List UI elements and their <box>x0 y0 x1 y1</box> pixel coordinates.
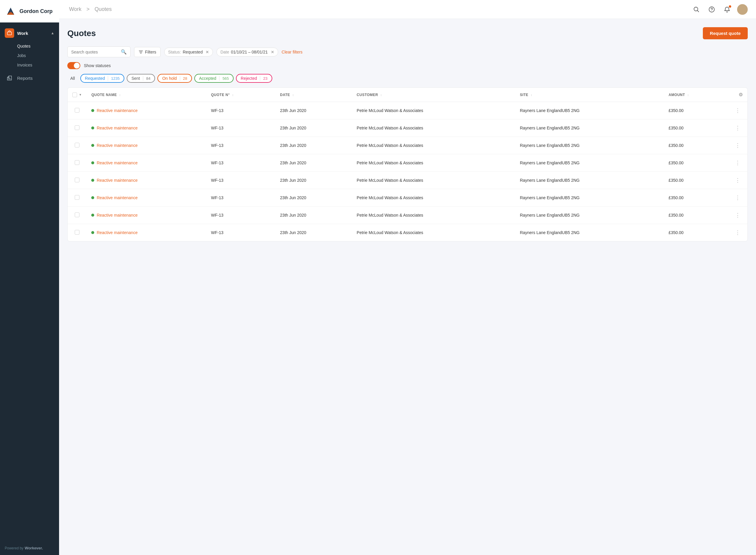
quote-name-link[interactable]: Reactive maintenance <box>97 178 138 183</box>
row-quote-name-cell: Reactive maintenance <box>87 154 206 172</box>
table-settings-icon[interactable]: ⚙ <box>739 92 743 97</box>
sidebar-item-jobs[interactable]: Jobs <box>17 51 59 60</box>
sort-customer-icon: ↕ <box>380 93 382 97</box>
status-dot <box>91 231 94 234</box>
status-chip-close-icon[interactable]: ✕ <box>205 50 209 54</box>
quote-name-link[interactable]: Reactive maintenance <box>97 161 138 165</box>
quote-name-link[interactable]: Reactive maintenance <box>97 213 138 217</box>
row-checkbox[interactable] <box>75 178 80 182</box>
statuses-toggle-row: Show statuses <box>67 62 748 69</box>
status-chip-label: Status: <box>168 50 181 54</box>
status-filter-chip[interactable]: Status: Requested ✕ <box>164 48 213 56</box>
status-tabs: All Requested 1235 Sent 84 On hold 28 Ac… <box>67 74 748 83</box>
th-quote-name[interactable]: QUOTE NAME ↕ <box>87 88 206 102</box>
sort-quote-name-icon: ↕ <box>119 93 121 97</box>
sidebar-item-work[interactable]: Work ▲ <box>0 25 59 41</box>
quotes-table: ▼ QUOTE NAME ↕ QUOTE N° ↕ DATE ↕ <box>67 88 747 241</box>
row-date: 23th Jun 2020 <box>275 137 352 154</box>
row-checkbox[interactable] <box>75 230 80 234</box>
row-date: 23th Jun 2020 <box>275 189 352 207</box>
avatar[interactable] <box>737 4 748 15</box>
tab-rejected[interactable]: Rejected 23 <box>236 74 272 83</box>
tab-sent[interactable]: Sent 84 <box>127 74 155 83</box>
row-checkbox[interactable] <box>75 160 80 165</box>
date-chip-close-icon[interactable]: ✕ <box>271 50 274 54</box>
row-actions-cell: ⋮ <box>728 137 747 154</box>
row-more-icon[interactable]: ⋮ <box>733 158 743 167</box>
row-more-icon[interactable]: ⋮ <box>733 228 743 237</box>
status-dot <box>91 161 94 164</box>
request-quote-button[interactable]: Request quote <box>703 27 748 39</box>
search-input[interactable] <box>71 50 119 54</box>
notification-button[interactable] <box>722 4 733 15</box>
search-box[interactable]: 🔍 <box>67 46 131 57</box>
main-area: Work > Quotes <box>59 0 756 555</box>
clear-filters-button[interactable]: Clear filters <box>282 50 303 54</box>
table-row: Reactive maintenance WF-13 23th Jun 2020… <box>67 207 747 224</box>
row-amount: £350.00 <box>664 137 728 154</box>
row-checkbox[interactable] <box>75 108 80 113</box>
quote-name-link[interactable]: Reactive maintenance <box>97 143 138 148</box>
th-customer[interactable]: CUSTOMER ↕ <box>352 88 515 102</box>
table-row: Reactive maintenance WF-13 23th Jun 2020… <box>67 137 747 154</box>
help-button[interactable] <box>706 4 717 15</box>
th-site[interactable]: SITE ↕ <box>515 88 664 102</box>
company-logo-icon <box>5 5 16 17</box>
row-quote-name-cell: Reactive maintenance <box>87 207 206 224</box>
row-checkbox[interactable] <box>75 212 80 217</box>
quote-name-link[interactable]: Reactive maintenance <box>97 108 138 113</box>
tab-all[interactable]: All <box>67 74 78 82</box>
search-button[interactable] <box>691 4 702 15</box>
row-checkbox[interactable] <box>75 143 80 147</box>
date-filter-chip[interactable]: Date 01/10/21 – 08/01/21 ✕ <box>217 48 278 56</box>
th-quote-no[interactable]: QUOTE N° ↕ <box>206 88 276 102</box>
quote-name-link[interactable]: Reactive maintenance <box>97 230 138 235</box>
filters-button[interactable]: Filters <box>134 47 161 57</box>
sidebar-item-invoices[interactable]: Invoices <box>17 60 59 70</box>
row-more-icon[interactable]: ⋮ <box>733 211 743 220</box>
reports-label: Reports <box>17 76 33 81</box>
quote-name-link[interactable]: Reactive maintenance <box>97 195 138 200</box>
row-customer: Petrie McLoud Watson & Associates <box>352 224 515 242</box>
filters-btn-label: Filters <box>145 50 156 54</box>
breadcrumb-current: Quotes <box>95 6 112 12</box>
row-select-cell <box>67 102 87 119</box>
tab-requested-label: Requested <box>85 76 105 81</box>
row-quote-no: WF-13 <box>206 102 276 119</box>
tab-rejected-count: 23 <box>263 76 267 81</box>
row-quote-no: WF-13 <box>206 119 276 137</box>
row-more-icon[interactable]: ⋮ <box>733 141 743 150</box>
sort-amount-icon: ↕ <box>687 93 689 97</box>
sidebar-item-quotes[interactable]: Quotes <box>17 41 59 51</box>
table-header: ▼ QUOTE NAME ↕ QUOTE N° ↕ DATE ↕ <box>67 88 747 102</box>
tab-accepted[interactable]: Accepted 565 <box>194 74 234 83</box>
tab-divider <box>260 76 260 81</box>
show-statuses-toggle[interactable] <box>67 62 80 69</box>
row-quote-name-cell: Reactive maintenance <box>87 224 206 242</box>
row-date: 23th Jun 2020 <box>275 119 352 137</box>
row-more-icon[interactable]: ⋮ <box>733 193 743 202</box>
row-quote-no: WF-13 <box>206 207 276 224</box>
th-amount[interactable]: AMOUNT ↕ <box>664 88 728 102</box>
status-dot <box>91 214 94 217</box>
row-checkbox[interactable] <box>75 195 80 200</box>
sidebar-item-reports[interactable]: Reports <box>0 70 59 86</box>
th-date[interactable]: DATE ↕ <box>275 88 352 102</box>
tab-on-hold[interactable]: On hold 28 <box>157 74 192 83</box>
select-all-chevron-icon[interactable]: ▼ <box>79 93 82 96</box>
row-more-icon[interactable]: ⋮ <box>733 176 743 185</box>
row-more-icon[interactable]: ⋮ <box>733 124 743 132</box>
tab-rejected-label: Rejected <box>241 76 257 81</box>
row-site: Rayners Lane EnglandUB5 2NG <box>515 189 664 207</box>
quote-name-link[interactable]: Reactive maintenance <box>97 126 138 130</box>
table-row: Reactive maintenance WF-13 23th Jun 2020… <box>67 189 747 207</box>
row-select-cell <box>67 207 87 224</box>
table-body: Reactive maintenance WF-13 23th Jun 2020… <box>67 102 747 242</box>
row-more-icon[interactable]: ⋮ <box>733 106 743 115</box>
show-statuses-label: Show statuses <box>84 63 111 68</box>
select-all-checkbox[interactable] <box>73 92 77 97</box>
row-checkbox[interactable] <box>75 125 80 130</box>
status-dot <box>91 126 94 129</box>
row-select-cell <box>67 189 87 207</box>
tab-requested[interactable]: Requested 1235 <box>80 74 125 83</box>
